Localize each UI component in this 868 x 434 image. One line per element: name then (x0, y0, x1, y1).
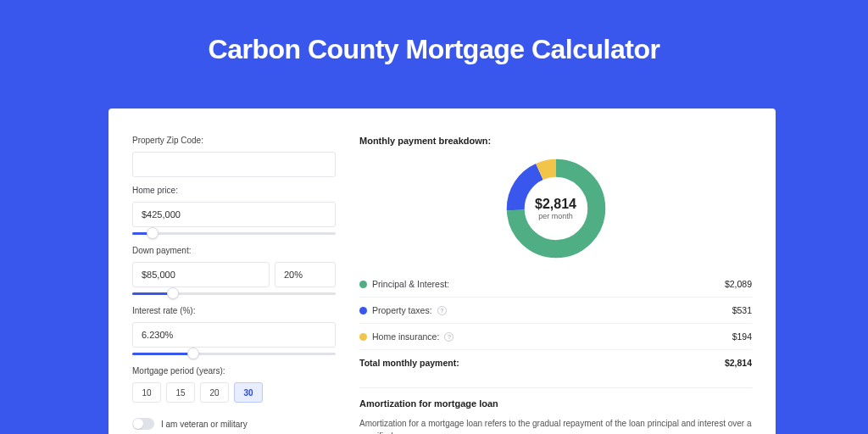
veteran-label: I am veteran or military (161, 420, 248, 429)
veteran-row: I am veteran or military (132, 418, 336, 430)
breakdown-row: Property taxes:?$531 (359, 297, 752, 323)
breakdown-panel: Monthly payment breakdown: $2,814 per mo… (359, 136, 752, 434)
calculator-card: Property Zip Code: Home price: Down paym… (108, 108, 776, 434)
breakdown-item-value: $531 (732, 305, 752, 315)
donut-center-amount: $2,814 (535, 197, 576, 212)
veteran-toggle[interactable] (132, 418, 154, 430)
amortization-body: Amortization for a mortgage loan refers … (359, 417, 752, 434)
form-panel: Property Zip Code: Home price: Down paym… (132, 136, 336, 434)
period-button-20[interactable]: 20 (200, 382, 229, 403)
period-button-10[interactable]: 10 (132, 382, 161, 403)
total-value: $2,814 (725, 358, 752, 368)
help-icon[interactable]: ? (444, 332, 453, 342)
breakdown-item-label: Property taxes: (372, 305, 432, 315)
breakdown-legend: Principal & Interest:$2,089Property taxe… (359, 271, 752, 349)
breakdown-item-value: $194 (732, 331, 752, 342)
zip-label: Property Zip Code: (132, 136, 336, 145)
legend-dot-icon (359, 333, 367, 341)
home-price-input[interactable] (132, 202, 336, 227)
breakdown-item-label: Principal & Interest: (372, 279, 449, 289)
legend-dot-icon (359, 307, 367, 314)
breakdown-item-value: $2,089 (725, 279, 752, 289)
interest-rate-input[interactable] (132, 322, 336, 348)
down-payment-input[interactable] (132, 262, 270, 287)
donut-chart: $2,814 per month (505, 158, 607, 259)
legend-dot-icon (359, 281, 367, 288)
down-payment-slider[interactable] (132, 289, 336, 299)
breakdown-title: Monthly payment breakdown: (359, 136, 752, 146)
total-row: Total monthly payment: $2,814 (359, 349, 752, 376)
zip-input[interactable] (132, 152, 336, 177)
period-button-30[interactable]: 30 (234, 382, 263, 403)
home-price-slider[interactable] (132, 229, 336, 239)
amortization-section: Amortization for mortgage loan Amortizat… (359, 387, 752, 434)
down-payment-label: Down payment: (132, 246, 336, 255)
period-options: 10152030 (132, 382, 336, 403)
breakdown-row: Principal & Interest:$2,089 (359, 271, 752, 297)
down-payment-pct-input[interactable] (275, 262, 336, 287)
interest-rate-slider[interactable] (132, 349, 336, 359)
breakdown-item-label: Home insurance: (372, 331, 439, 342)
help-icon[interactable]: ? (437, 306, 447, 315)
period-label: Mortgage period (years): (132, 366, 336, 376)
total-label: Total monthly payment: (359, 358, 459, 368)
period-button-15[interactable]: 15 (166, 382, 195, 403)
home-price-label: Home price: (132, 186, 336, 195)
interest-rate-label: Interest rate (%): (132, 306, 336, 315)
donut-center-sub: per month (538, 212, 573, 220)
page-title: Carbon County Mortgage Calculator (0, 0, 868, 65)
amortization-title: Amortization for mortgage loan (359, 398, 752, 409)
breakdown-row: Home insurance:?$194 (359, 323, 752, 349)
